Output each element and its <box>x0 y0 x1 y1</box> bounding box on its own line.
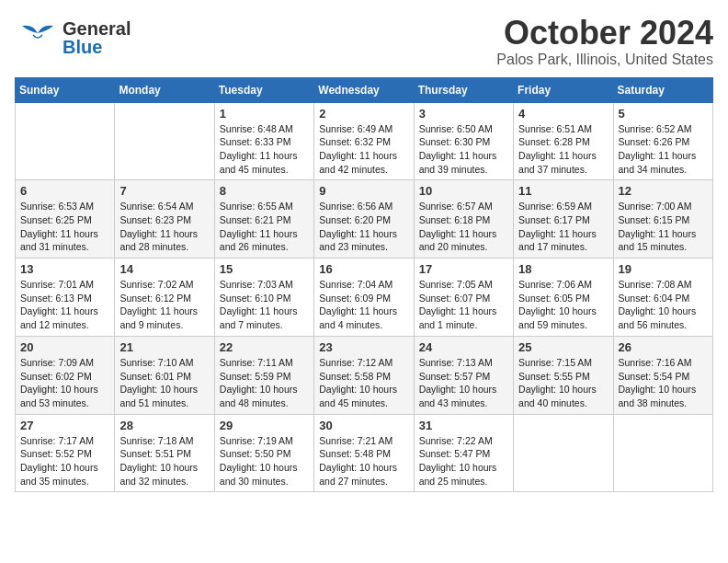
day-info: Sunrise: 6:50 AM Sunset: 6:30 PM Dayligh… <box>419 122 508 177</box>
day-info: Sunrise: 6:59 AM Sunset: 6:17 PM Dayligh… <box>518 200 608 254</box>
calendar-cell: 30Sunrise: 7:21 AM Sunset: 5:48 PM Dayli… <box>314 414 414 492</box>
calendar-cell: 19Sunrise: 7:08 AM Sunset: 6:04 PM Dayli… <box>613 259 712 337</box>
day-info: Sunrise: 6:53 AM Sunset: 6:25 PM Dayligh… <box>20 200 109 254</box>
day-header-wednesday: Wednesday <box>314 77 414 102</box>
calendar-cell <box>514 414 613 492</box>
day-number: 20 <box>20 340 109 354</box>
calendar-cell: 10Sunrise: 6:57 AM Sunset: 6:18 PM Dayli… <box>414 180 513 259</box>
month-title: October 2024 <box>496 15 713 52</box>
calendar-cell: 22Sunrise: 7:11 AM Sunset: 5:59 PM Dayli… <box>214 336 313 414</box>
day-info: Sunrise: 6:55 AM Sunset: 6:21 PM Dayligh… <box>220 200 309 254</box>
calendar-cell: 26Sunrise: 7:16 AM Sunset: 5:54 PM Dayli… <box>613 336 712 414</box>
day-info: Sunrise: 7:17 AM Sunset: 5:52 PM Dayligh… <box>20 434 109 488</box>
calendar-cell: 17Sunrise: 7:05 AM Sunset: 6:07 PM Dayli… <box>414 259 513 337</box>
day-info: Sunrise: 7:04 AM Sunset: 6:09 PM Dayligh… <box>319 278 408 332</box>
day-number: 12 <box>619 184 708 198</box>
calendar-cell: 18Sunrise: 7:06 AM Sunset: 6:05 PM Dayli… <box>514 259 613 337</box>
day-number: 19 <box>619 262 708 276</box>
day-number: 24 <box>419 340 508 354</box>
day-info: Sunrise: 7:03 AM Sunset: 6:10 PM Dayligh… <box>220 278 309 332</box>
calendar-week-row: 6Sunrise: 6:53 AM Sunset: 6:25 PM Daylig… <box>16 180 713 259</box>
day-number: 25 <box>518 340 608 354</box>
day-info: Sunrise: 7:11 AM Sunset: 5:59 PM Dayligh… <box>220 356 309 410</box>
day-info: Sunrise: 7:15 AM Sunset: 5:55 PM Dayligh… <box>518 356 608 410</box>
day-info: Sunrise: 7:21 AM Sunset: 5:48 PM Dayligh… <box>319 434 408 488</box>
day-number: 30 <box>319 419 408 432</box>
calendar-cell: 27Sunrise: 7:17 AM Sunset: 5:52 PM Dayli… <box>16 414 115 492</box>
calendar-week-row: 27Sunrise: 7:17 AM Sunset: 5:52 PM Dayli… <box>16 414 713 492</box>
calendar-cell: 23Sunrise: 7:12 AM Sunset: 5:58 PM Dayli… <box>314 336 414 414</box>
day-header-friday: Friday <box>514 77 613 102</box>
day-info: Sunrise: 7:08 AM Sunset: 6:04 PM Dayligh… <box>619 278 708 332</box>
day-info: Sunrise: 6:49 AM Sunset: 6:32 PM Dayligh… <box>319 122 408 177</box>
calendar-cell: 12Sunrise: 7:00 AM Sunset: 6:15 PM Dayli… <box>613 180 712 259</box>
calendar-cell: 29Sunrise: 7:19 AM Sunset: 5:50 PM Dayli… <box>214 414 313 492</box>
day-info: Sunrise: 7:18 AM Sunset: 5:51 PM Dayligh… <box>119 434 209 488</box>
day-number: 9 <box>319 184 408 198</box>
calendar-cell: 5Sunrise: 6:52 AM Sunset: 6:26 PM Daylig… <box>613 102 712 180</box>
calendar-cell: 9Sunrise: 6:56 AM Sunset: 6:20 PM Daylig… <box>314 180 414 259</box>
day-info: Sunrise: 7:06 AM Sunset: 6:05 PM Dayligh… <box>518 278 608 332</box>
calendar-cell: 14Sunrise: 7:02 AM Sunset: 6:12 PM Dayli… <box>115 259 214 337</box>
day-header-saturday: Saturday <box>613 77 712 102</box>
calendar-week-row: 13Sunrise: 7:01 AM Sunset: 6:13 PM Dayli… <box>16 259 713 337</box>
day-info: Sunrise: 6:51 AM Sunset: 6:28 PM Dayligh… <box>518 122 608 177</box>
day-info: Sunrise: 6:48 AM Sunset: 6:33 PM Dayligh… <box>220 122 309 177</box>
calendar-week-row: 1Sunrise: 6:48 AM Sunset: 6:33 PM Daylig… <box>16 102 713 180</box>
calendar-header-row: SundayMondayTuesdayWednesdayThursdayFrid… <box>16 77 713 102</box>
day-number: 3 <box>419 107 508 121</box>
day-number: 27 <box>20 419 109 432</box>
day-header-thursday: Thursday <box>414 77 513 102</box>
calendar-cell: 3Sunrise: 6:50 AM Sunset: 6:30 PM Daylig… <box>414 102 513 180</box>
day-number: 14 <box>119 262 209 276</box>
calendar-cell: 31Sunrise: 7:22 AM Sunset: 5:47 PM Dayli… <box>414 414 513 492</box>
calendar-cell: 25Sunrise: 7:15 AM Sunset: 5:55 PM Dayli… <box>514 336 613 414</box>
day-info: Sunrise: 7:12 AM Sunset: 5:58 PM Dayligh… <box>319 356 408 410</box>
calendar-cell: 7Sunrise: 6:54 AM Sunset: 6:23 PM Daylig… <box>115 180 214 259</box>
calendar-week-row: 20Sunrise: 7:09 AM Sunset: 6:02 PM Dayli… <box>16 336 713 414</box>
calendar-cell: 24Sunrise: 7:13 AM Sunset: 5:57 PM Dayli… <box>414 336 513 414</box>
calendar-cell: 2Sunrise: 6:49 AM Sunset: 6:32 PM Daylig… <box>314 102 414 180</box>
calendar-cell: 13Sunrise: 7:01 AM Sunset: 6:13 PM Dayli… <box>16 259 115 337</box>
day-header-monday: Monday <box>115 77 214 102</box>
day-number: 16 <box>319 262 408 276</box>
day-number: 26 <box>619 340 708 354</box>
day-number: 15 <box>220 262 309 276</box>
title-area: October 2024 Palos Park, Illinois, Unite… <box>496 15 713 68</box>
day-number: 17 <box>419 262 508 276</box>
calendar-cell: 21Sunrise: 7:10 AM Sunset: 6:01 PM Dayli… <box>115 336 214 414</box>
logo-bird-icon <box>15 15 61 61</box>
day-info: Sunrise: 7:10 AM Sunset: 6:01 PM Dayligh… <box>119 356 209 410</box>
day-info: Sunrise: 7:00 AM Sunset: 6:15 PM Dayligh… <box>619 200 708 254</box>
day-info: Sunrise: 7:16 AM Sunset: 5:54 PM Dayligh… <box>619 356 708 410</box>
day-number: 29 <box>220 419 309 432</box>
calendar-table: SundayMondayTuesdayWednesdayThursdayFrid… <box>15 77 713 493</box>
day-number: 11 <box>518 184 608 198</box>
logo: General Blue <box>15 15 131 61</box>
day-number: 21 <box>119 340 209 354</box>
day-info: Sunrise: 7:02 AM Sunset: 6:12 PM Dayligh… <box>119 278 209 332</box>
calendar-cell: 20Sunrise: 7:09 AM Sunset: 6:02 PM Dayli… <box>16 336 115 414</box>
calendar-cell: 4Sunrise: 6:51 AM Sunset: 6:28 PM Daylig… <box>514 102 613 180</box>
calendar-cell <box>16 102 115 180</box>
day-number: 28 <box>119 419 209 432</box>
day-number: 1 <box>220 107 309 121</box>
day-number: 18 <box>518 262 608 276</box>
day-info: Sunrise: 7:19 AM Sunset: 5:50 PM Dayligh… <box>220 434 309 488</box>
day-number: 6 <box>20 184 109 198</box>
day-number: 4 <box>518 107 608 121</box>
day-info: Sunrise: 6:54 AM Sunset: 6:23 PM Dayligh… <box>119 200 209 254</box>
day-info: Sunrise: 6:56 AM Sunset: 6:20 PM Dayligh… <box>319 200 408 254</box>
calendar-cell <box>613 414 712 492</box>
day-number: 10 <box>419 184 508 198</box>
day-number: 7 <box>119 184 209 198</box>
calendar-cell <box>115 102 214 180</box>
day-number: 5 <box>619 107 708 121</box>
day-info: Sunrise: 7:01 AM Sunset: 6:13 PM Dayligh… <box>20 278 109 332</box>
day-info: Sunrise: 7:13 AM Sunset: 5:57 PM Dayligh… <box>419 356 508 410</box>
calendar-cell: 6Sunrise: 6:53 AM Sunset: 6:25 PM Daylig… <box>16 180 115 259</box>
day-number: 8 <box>220 184 309 198</box>
day-number: 13 <box>20 262 109 276</box>
day-header-sunday: Sunday <box>16 77 115 102</box>
logo-text: General Blue <box>63 19 131 56</box>
